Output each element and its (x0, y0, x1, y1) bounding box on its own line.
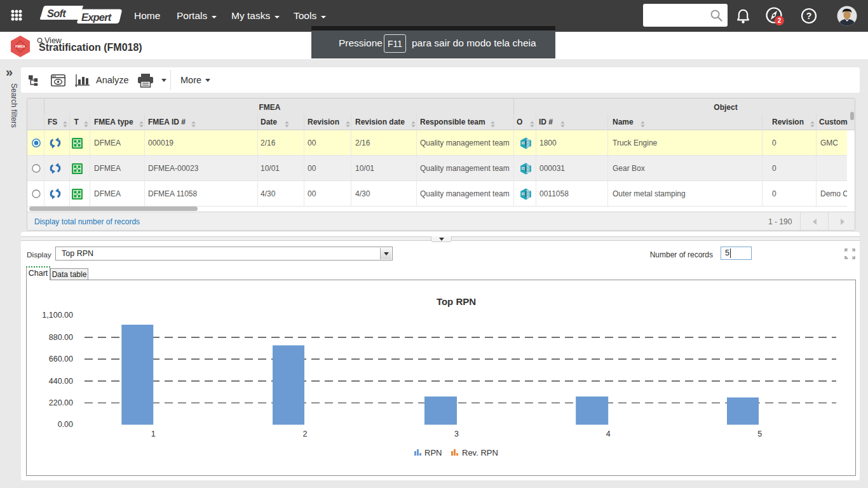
svg-text:?: ? (806, 11, 812, 21)
svg-text:220.00: 220.00 (49, 398, 73, 407)
svg-text:3: 3 (454, 430, 459, 438)
svg-text:2: 2 (303, 430, 308, 438)
svg-text:1,100.00: 1,100.00 (42, 311, 73, 320)
svg-text:880.00: 880.00 (49, 333, 73, 342)
svg-text:4: 4 (606, 430, 611, 438)
svg-text:Top RPN: Top RPN (437, 296, 476, 307)
svg-text:Expert: Expert (81, 11, 112, 23)
svg-text:FMEA: FMEA (15, 44, 25, 48)
svg-text:RPN: RPN (424, 448, 442, 458)
svg-text:Rev. RPN: Rev. RPN (462, 448, 498, 458)
svg-text:Soft: Soft (47, 8, 67, 19)
svg-text:440.00: 440.00 (49, 377, 73, 386)
svg-text:1: 1 (151, 430, 156, 438)
svg-text:660.00: 660.00 (49, 355, 73, 363)
svg-text:0.00: 0.00 (58, 420, 73, 429)
svg-text:5: 5 (757, 430, 762, 438)
